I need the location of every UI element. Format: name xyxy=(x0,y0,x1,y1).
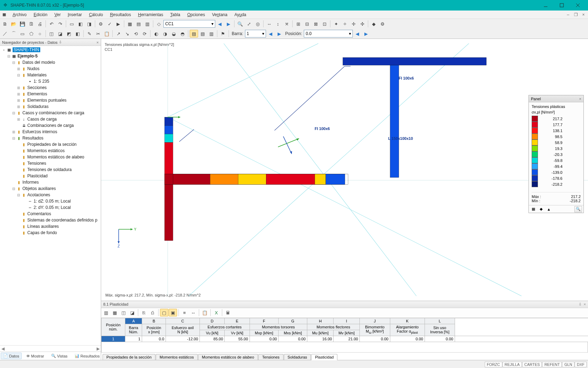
tab-mom-est[interactable]: Momentos estáticos xyxy=(156,354,198,360)
cell-mv[interactable]: 21.00 xyxy=(334,336,359,342)
tree-root[interactable]: SHAPE-THIN xyxy=(13,47,40,52)
r6-icon[interactable]: ▥ xyxy=(207,30,216,38)
cell-barra[interactable]: 1 xyxy=(125,336,142,342)
tree-obj-aux[interactable]: Objetos auxiliares xyxy=(22,186,56,191)
view1-icon[interactable]: 🔍 xyxy=(236,20,244,28)
tool2-icon[interactable]: ◧ xyxy=(76,20,85,28)
col-letter-g[interactable]: G xyxy=(279,318,307,324)
cell-mxs[interactable]: 0.00 xyxy=(279,336,307,342)
status-gln[interactable]: GLN xyxy=(562,362,574,367)
print-icon[interactable]: 🖨 xyxy=(36,20,44,28)
settings-icon[interactable]: ⚙ xyxy=(378,20,387,28)
m2-icon[interactable]: ↘ xyxy=(123,30,131,38)
tree-capas[interactable]: Capas de fondo xyxy=(27,230,57,235)
menu-resultados[interactable]: Resultados xyxy=(106,11,134,18)
legend-zoom-icon[interactable]: 🔍 xyxy=(574,206,582,212)
tab-soldaduras[interactable]: Soldaduras xyxy=(284,354,311,360)
tree-ac1[interactable]: 1: dZ: 0.05 m; Local xyxy=(34,199,71,204)
scroll-left-icon[interactable]: ◀ xyxy=(0,346,6,351)
ed2-icon[interactable]: ✂ xyxy=(94,30,102,38)
tree-esf-int[interactable]: Esfuerzos internos xyxy=(22,129,57,134)
prev-lc-icon[interactable]: ◀ xyxy=(216,20,224,28)
misc1-icon[interactable]: ◆ xyxy=(370,20,378,28)
tab-prop-sec[interactable]: Propiedades de la sección xyxy=(103,354,155,360)
el1-icon[interactable]: ◫ xyxy=(47,30,56,38)
col-pos-num[interactable]: Posiciónnúm. xyxy=(102,318,125,336)
col-letter-k[interactable]: K xyxy=(390,318,425,324)
mdi-restore-icon[interactable]: ❐ xyxy=(572,12,580,17)
tree-comb-carga[interactable]: Combinaciones de carga xyxy=(27,123,74,128)
dim1-icon[interactable]: ↔ xyxy=(265,20,273,28)
cell-f[interactable]: 0.00 xyxy=(390,336,425,342)
cell-mxp[interactable]: 0.00 xyxy=(250,336,279,342)
table-import-icon[interactable]: ⎙ xyxy=(148,309,157,316)
tree-acot[interactable]: Acotaciones xyxy=(27,192,50,197)
col-letter-j[interactable]: J xyxy=(359,318,390,324)
status-refent[interactable]: REFENT xyxy=(542,362,562,367)
redo-icon[interactable]: ↷ xyxy=(56,20,64,28)
dim2-icon[interactable]: ↕ xyxy=(274,20,282,28)
table-excel-icon[interactable]: X xyxy=(212,309,220,316)
m3-icon[interactable]: ⟲ xyxy=(132,30,140,38)
tree-nudos[interactable]: Nudos xyxy=(27,66,40,71)
tree-elementos-puntuales[interactable]: Elementos puntuales xyxy=(27,98,66,103)
col-letter-h[interactable]: H xyxy=(307,318,334,324)
close-button[interactable] xyxy=(570,0,586,11)
snap2-icon[interactable]: ⊟ xyxy=(303,20,311,28)
ax1-icon[interactable]: ✦ xyxy=(332,20,340,28)
r1-icon[interactable]: ◐ xyxy=(152,30,160,38)
r2-icon[interactable]: ◑ xyxy=(161,30,169,38)
ed3-icon[interactable]: 📋 xyxy=(103,30,111,38)
navtab-datos[interactable]: 📄 Datos xyxy=(1,353,22,359)
barra-prev-icon[interactable]: ◀ xyxy=(266,30,275,38)
table-tool4-icon[interactable]: ◪ xyxy=(128,309,136,316)
col-letter-c[interactable]: C xyxy=(166,318,200,324)
flag-icon[interactable]: ⚑ xyxy=(219,30,227,38)
render-mode-icon[interactable]: ▨ xyxy=(190,30,198,38)
mdi-minimize-icon[interactable]: – xyxy=(564,12,572,17)
tree-soldaduras[interactable]: Soldaduras xyxy=(27,104,49,109)
poly-icon[interactable]: ⬠ xyxy=(27,30,35,38)
menu-ver[interactable]: Ver xyxy=(51,11,64,18)
m4-icon[interactable]: ⟳ xyxy=(140,30,149,38)
line-icon[interactable]: ／ xyxy=(1,30,9,38)
pos-prev-icon[interactable]: ◀ xyxy=(353,30,362,38)
table-row[interactable]: 1 1 0.0 -12.00 85.00 55.00 0.00 0.00 16.… xyxy=(102,336,588,342)
dim3-icon[interactable]: ⤧ xyxy=(282,20,291,28)
undo-icon[interactable]: ↶ xyxy=(47,20,56,28)
table-copy-icon[interactable]: 📋 xyxy=(201,309,209,316)
tree-secciones[interactable]: Secciones xyxy=(27,85,47,90)
navtab-vistas[interactable]: 🔍 Vistas xyxy=(49,353,70,359)
navtab-resultados[interactable]: 📊 Resultados xyxy=(72,353,102,359)
menu-calculo[interactable]: Cálculo xyxy=(85,11,106,18)
tree-materiales[interactable]: Materiales xyxy=(27,73,47,77)
menu-ayuda[interactable]: Ayuda xyxy=(231,11,250,18)
maximize-button[interactable] xyxy=(554,0,570,11)
graphics-view[interactable]: Tensiones plásticas sigma-x,pl [N/mm^2] … xyxy=(101,39,588,301)
table-close-icon[interactable]: × xyxy=(584,302,586,307)
mdi-close-icon[interactable]: × xyxy=(580,12,587,17)
tree-elementos[interactable]: Elementos xyxy=(27,91,47,96)
save-icon[interactable]: 💾 xyxy=(18,20,27,28)
minimize-button[interactable] xyxy=(538,0,554,11)
status-forzc[interactable]: FORZC xyxy=(485,362,502,367)
cell-x[interactable]: 0.0 xyxy=(142,336,166,342)
mdi-icon[interactable]: ▦ xyxy=(1,12,8,18)
tree-mom-est-al[interactable]: Momentos estáticos de alabeo xyxy=(27,155,84,159)
tab-mom-est-al[interactable]: Momentos estáticos de alabeo xyxy=(198,354,258,360)
legend-tool2-icon[interactable]: ◆ xyxy=(538,206,544,212)
table-export-icon[interactable]: ⎘ xyxy=(140,309,148,316)
ax2-icon[interactable]: ✧ xyxy=(341,20,349,28)
menu-tabla[interactable]: Tabla xyxy=(167,11,184,18)
table-filter-icon[interactable]: ▢ xyxy=(160,309,168,316)
cell-vu[interactable]: 85.00 xyxy=(200,336,225,342)
snap3-icon[interactable]: ⊠ xyxy=(312,20,320,28)
panel-icon[interactable]: ▤ xyxy=(134,20,143,28)
lc-icon[interactable]: ◇ xyxy=(155,20,163,28)
legend-tool3-icon[interactable]: ▲ xyxy=(546,206,552,212)
panel2-icon[interactable]: ▥ xyxy=(143,20,152,28)
table-filter2-icon[interactable]: ▣ xyxy=(169,309,177,316)
status-dxf[interactable]: DXF xyxy=(575,362,587,367)
el4-icon[interactable]: ◧ xyxy=(74,30,82,38)
open-icon[interactable]: 📂 xyxy=(9,20,18,28)
